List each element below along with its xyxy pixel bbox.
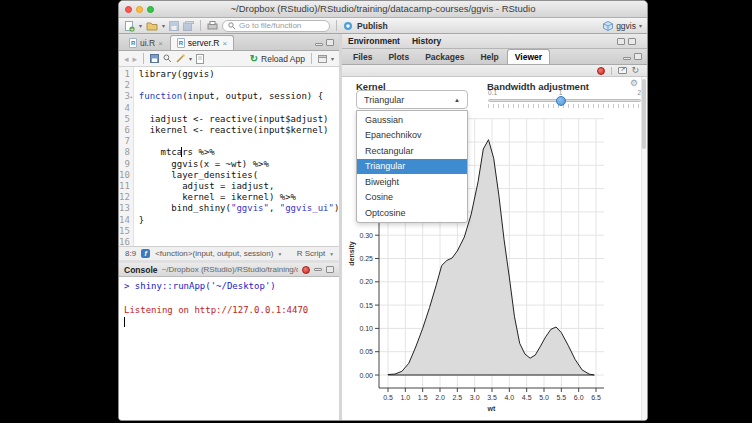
svg-text:0.15: 0.15 xyxy=(359,302,373,309)
save-all-button[interactable] xyxy=(183,21,194,31)
code-line xyxy=(139,136,339,147)
save-button[interactable] xyxy=(169,21,179,31)
tab-viewer[interactable]: Viewer xyxy=(507,49,550,64)
save-document-button[interactable] xyxy=(150,54,159,63)
code-editor[interactable]: 123▾45678910111213141516 library(ggvis) … xyxy=(119,67,339,246)
tab-help[interactable]: Help xyxy=(472,49,506,64)
run-options-icon[interactable] xyxy=(318,55,327,63)
zoom-window-button[interactable] xyxy=(147,6,154,13)
gear-icon[interactable]: ⚙ xyxy=(630,78,638,88)
console-output[interactable]: > shiny::runApp('~/Desktop') Listening o… xyxy=(119,277,339,420)
line-number: 15 xyxy=(119,226,130,237)
svg-text:3.0: 3.0 xyxy=(470,394,480,401)
minimize-window-button[interactable] xyxy=(136,6,143,13)
tab-plots[interactable]: Plots xyxy=(380,49,417,64)
svg-text:5.5: 5.5 xyxy=(556,394,566,401)
code-line: iadjust <- reactive(input$adjust) xyxy=(139,114,339,125)
kernel-option-optcosine[interactable]: Optcosine xyxy=(357,205,467,221)
line-number: 8 xyxy=(119,147,130,158)
kernel-select[interactable]: Triangular ▲ xyxy=(356,90,468,109)
code-line: adjust = iadjust, xyxy=(139,181,339,192)
svg-text:5.0: 5.0 xyxy=(539,394,549,401)
kernel-option-rectangular[interactable]: Rectangular xyxy=(357,143,467,159)
console-working-directory: ~/Dropbox (RStudio)/RStudio/training/dat… xyxy=(162,265,298,274)
main-toolbar: + ▾ ▾ Go to file/function Pub xyxy=(119,18,647,34)
maximize-pane-icon[interactable] xyxy=(634,53,642,60)
minimize-pane-icon[interactable] xyxy=(623,57,631,60)
print-button[interactable] xyxy=(207,21,218,31)
open-in-new-window-icon[interactable] xyxy=(618,67,627,74)
tab-files[interactable]: Files xyxy=(345,49,380,64)
slider-min-label: 0.1 xyxy=(488,89,497,96)
run-options-caret-icon[interactable]: ▾ xyxy=(331,56,334,62)
maximize-console-icon[interactable] xyxy=(326,266,334,273)
open-file-button[interactable] xyxy=(146,21,158,31)
minimize-console-icon[interactable] xyxy=(314,268,322,271)
desktop-background: ~/Dropbox (RStudio)/RStudio/training/dat… xyxy=(0,0,752,423)
bandwidth-slider[interactable]: 0.1 1 2 xyxy=(488,89,641,111)
back-icon[interactable]: ◂ xyxy=(124,54,129,64)
editor-tabs: ui.R×server.R× xyxy=(122,35,234,50)
stop-icon[interactable] xyxy=(302,266,310,274)
tab-label: server.R xyxy=(188,38,220,48)
stop-app-icon[interactable] xyxy=(597,67,605,75)
open-file-caret-icon[interactable]: ▾ xyxy=(162,23,165,29)
kernel-option-triangular[interactable]: Triangular xyxy=(357,159,467,175)
close-tab-icon[interactable]: × xyxy=(158,39,163,48)
goto-file-search-box[interactable]: Go to file/function xyxy=(222,20,330,32)
pane-buttons xyxy=(617,38,641,45)
publish-icon xyxy=(343,21,353,31)
fold-arrow-icon[interactable]: ▾ xyxy=(130,92,133,103)
restore-pane-icon[interactable] xyxy=(617,38,625,45)
new-file-button[interactable]: + xyxy=(124,20,135,32)
project-name: ggvis xyxy=(616,21,636,31)
close-window-button[interactable] xyxy=(125,6,132,13)
svg-text:0.05: 0.05 xyxy=(359,348,373,355)
pane-buttons xyxy=(623,53,647,64)
line-number: 2 xyxy=(119,80,130,91)
line-number-gutter: 123▾45678910111213141516 xyxy=(119,67,134,246)
kernel-option-gaussian[interactable]: Gaussian xyxy=(357,112,467,128)
tool-tabs: FilesPlotsPackagesHelpViewer xyxy=(345,49,550,64)
code-tools-wand-icon[interactable] xyxy=(176,54,185,63)
editor-tab-ui.R[interactable]: ui.R× xyxy=(122,35,170,50)
forward-icon[interactable]: ▸ xyxy=(133,54,138,64)
console-message-line: Listening on http://127.0.0.1:4470 xyxy=(124,304,334,316)
svg-text:wt: wt xyxy=(487,405,496,412)
toolbar-divider xyxy=(311,53,312,64)
code-line: layer_densities( xyxy=(139,170,339,181)
console-blank-line xyxy=(124,292,334,304)
reload-app-button[interactable]: ↻ Reload App xyxy=(250,53,305,64)
svg-text:+: + xyxy=(130,26,134,32)
close-tab-icon[interactable]: × xyxy=(222,39,227,48)
pane-buttons xyxy=(315,39,339,50)
find-icon[interactable] xyxy=(163,54,172,63)
kernel-option-biweight[interactable]: Biweight xyxy=(357,174,467,190)
file-type-selector[interactable]: R Script xyxy=(297,249,325,258)
new-file-caret-icon[interactable]: ▾ xyxy=(139,23,142,29)
environment-tabs: EnvironmentHistory xyxy=(348,36,441,46)
code-line: ggvis(x = ~wt) %>% xyxy=(139,159,339,170)
kernel-option-epanechnikov[interactable]: Epanechnikov xyxy=(357,128,467,144)
tab-environment[interactable]: Environment xyxy=(348,36,400,46)
svg-text:0.5: 0.5 xyxy=(383,394,393,401)
publish-button[interactable]: Publish xyxy=(357,21,388,31)
project-menu[interactable]: ggvis ▾ xyxy=(603,21,642,31)
line-number: 12 xyxy=(119,192,130,203)
refresh-icon[interactable]: ↻ xyxy=(631,66,639,75)
cursor-position: 8:9 xyxy=(125,249,136,258)
kernel-option-cosine[interactable]: Cosine xyxy=(357,190,467,206)
window-title: ~/Dropbox (RStudio)/RStudio/training/dat… xyxy=(159,3,607,14)
svg-text:3.5: 3.5 xyxy=(487,394,497,401)
slider-handle[interactable] xyxy=(556,96,566,106)
tab-packages[interactable]: Packages xyxy=(417,49,472,64)
code-tools-caret-icon[interactable]: ▾ xyxy=(189,56,192,62)
compile-report-icon[interactable] xyxy=(196,54,204,64)
rstudio-window: ~/Dropbox (RStudio)/RStudio/training/dat… xyxy=(118,0,648,421)
scope-selector[interactable]: <function>(input, output, session) xyxy=(155,249,273,258)
maximize-pane-icon[interactable] xyxy=(326,39,334,46)
minimize-pane-icon[interactable] xyxy=(315,43,323,46)
tab-history[interactable]: History xyxy=(412,36,441,46)
editor-tab-server.R[interactable]: server.R× xyxy=(170,35,234,50)
maximize-pane-icon[interactable] xyxy=(628,38,636,45)
